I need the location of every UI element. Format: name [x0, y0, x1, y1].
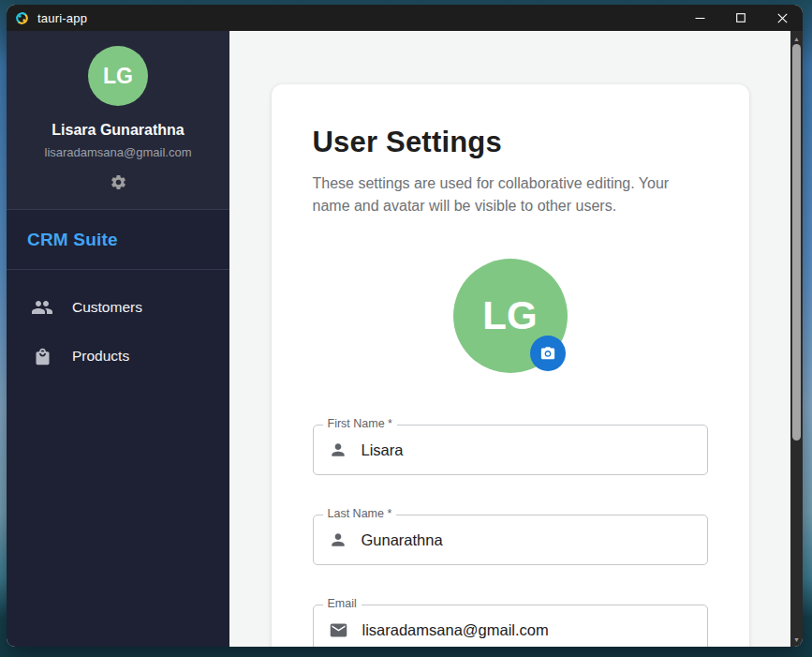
first-name-label: First Name * — [323, 417, 397, 430]
last-name-field[interactable]: Last Name * — [313, 515, 708, 565]
change-avatar-button[interactable] — [530, 336, 566, 371]
avatar-editor: LG — [453, 259, 568, 373]
app-title: CRM Suite — [27, 230, 118, 250]
email-icon — [329, 620, 348, 640]
settings-gear-icon[interactable] — [110, 173, 127, 194]
user-email: lisaradamsana@gmail.com — [7, 145, 229, 159]
email-field[interactable]: Email — [313, 605, 708, 647]
sidebar-item-customers[interactable]: Customers — [7, 283, 229, 332]
app-title-row: CRM Suite — [7, 210, 229, 270]
user-settings-card: User Settings These settings are used fo… — [272, 84, 749, 647]
last-name-label: Last Name * — [323, 507, 397, 520]
scroll-up-icon[interactable]: ▲ — [790, 32, 803, 45]
settings-form: First Name * Last Name * — [313, 425, 708, 647]
last-name-input[interactable] — [362, 531, 692, 549]
window-controls — [679, 5, 803, 31]
first-name-field[interactable]: First Name * — [313, 425, 708, 475]
page-title: User Settings — [313, 126, 708, 159]
camera-icon — [539, 345, 556, 362]
nav-label: Products — [72, 348, 129, 365]
person-icon — [329, 440, 347, 459]
people-icon — [31, 296, 53, 319]
app-window: tauri-app LG Lisara Gunarathna lisaradam… — [7, 5, 803, 647]
main-content: User Settings These settings are used fo… — [229, 31, 790, 647]
email-input[interactable] — [362, 621, 692, 639]
window-title: tauri-app — [37, 11, 87, 25]
shopping-bag-icon — [31, 347, 53, 366]
scrollbar[interactable]: ▲ ▼ — [790, 31, 803, 647]
tauri-logo-icon — [15, 11, 29, 25]
user-name: Lisara Gunarathna — [7, 122, 229, 139]
titlebar[interactable]: tauri-app — [7, 5, 803, 31]
person-icon — [329, 530, 347, 549]
first-name-input[interactable] — [362, 441, 692, 459]
email-label: Email — [323, 597, 362, 610]
close-button[interactable] — [761, 5, 803, 31]
sidebar-item-products[interactable]: Products — [7, 332, 229, 381]
page-description: These settings are used for collaborativ… — [313, 172, 708, 217]
sidebar: LG Lisara Gunarathna lisaradamsana@gmail… — [7, 31, 229, 647]
profile-section: LG Lisara Gunarathna lisaradamsana@gmail… — [7, 31, 229, 210]
scrollbar-thumb[interactable] — [792, 44, 801, 440]
sidebar-nav: Customers Products — [7, 270, 229, 381]
minimize-button[interactable] — [679, 5, 720, 31]
scroll-down-icon[interactable]: ▼ — [790, 633, 803, 646]
avatar: LG — [88, 46, 148, 106]
nav-label: Customers — [72, 299, 142, 316]
maximize-button[interactable] — [720, 5, 761, 31]
